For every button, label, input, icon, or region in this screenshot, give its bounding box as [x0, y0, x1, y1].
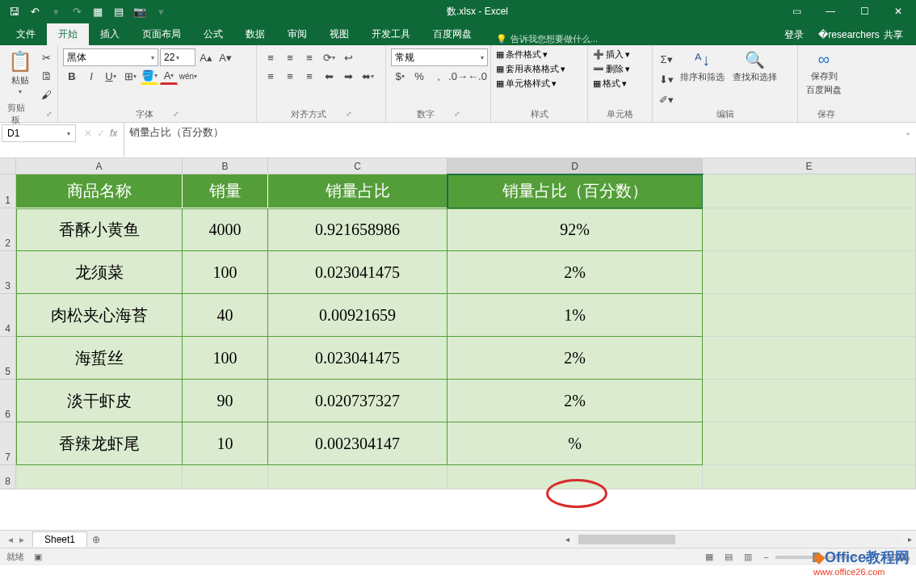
horizontal-scrollbar[interactable]	[577, 534, 900, 545]
col-header[interactable]: C	[268, 158, 447, 174]
tab-data[interactable]: 数据	[234, 23, 276, 45]
comma-button[interactable]: ,	[430, 67, 447, 85]
redo-button[interactable]: ↷	[68, 2, 86, 20]
table-cell[interactable]: 香酥小黄鱼	[16, 208, 183, 251]
bold-button[interactable]: B	[63, 67, 81, 85]
name-box[interactable]: D1▾	[2, 124, 76, 142]
sheet-tab[interactable]: Sheet1	[32, 531, 87, 547]
tab-baidu[interactable]: 百度网盘	[422, 23, 483, 45]
active-cell[interactable]: 销量占比（百分数）	[447, 174, 703, 208]
qat-button-4[interactable]: ▦	[89, 2, 107, 20]
tab-view[interactable]: 视图	[318, 23, 360, 45]
col-header[interactable]: A	[16, 158, 183, 174]
cancel-formula-button[interactable]: ✕	[84, 128, 92, 139]
table-cell[interactable]: 4000	[183, 208, 268, 251]
font-launcher[interactable]: ⤢	[173, 110, 179, 118]
tab-review[interactable]: 审阅	[276, 23, 318, 45]
align-bottom-button[interactable]: ≡	[300, 48, 318, 66]
table-cell[interactable]: 0.023041475	[268, 337, 447, 380]
hscroll-right[interactable]: ▸	[903, 535, 916, 544]
inc-decimal-button[interactable]: .0→	[449, 67, 467, 85]
tell-me-search[interactable]: 💡告诉我您想要做什么...	[483, 33, 783, 45]
row-header[interactable]: 6	[0, 380, 16, 422]
zoom-out-button[interactable]: −	[758, 552, 773, 562]
increase-font-button[interactable]: A▴	[197, 48, 215, 66]
table-cell[interactable]: 香辣龙虾尾	[16, 422, 183, 465]
table-cell[interactable]: 1%	[447, 294, 703, 337]
col-header[interactable]: B	[183, 158, 268, 174]
empty-cell[interactable]	[16, 465, 183, 489]
ribbon-options-button[interactable]: ▭	[780, 0, 813, 23]
table-cell[interactable]: %	[447, 422, 703, 465]
autosum-button[interactable]: Σ▾	[658, 50, 675, 68]
decrease-font-button[interactable]: A▾	[216, 48, 234, 66]
indent-inc-button[interactable]: ➡	[339, 67, 357, 85]
empty-cell[interactable]	[703, 337, 916, 380]
table-cell[interactable]: 2%	[447, 337, 703, 380]
align-center-button[interactable]: ≡	[281, 67, 299, 85]
fx-button[interactable]: fx	[110, 128, 117, 139]
empty-cell[interactable]	[703, 380, 916, 422]
find-select-button[interactable]: 🔍查找和选择	[729, 48, 780, 85]
wrap-text-button[interactable]: ↩	[339, 48, 357, 66]
table-cell[interactable]: 肉松夹心海苔	[16, 294, 183, 337]
fill-color-button[interactable]: 🪣▾	[141, 67, 158, 85]
table-cell[interactable]: 0.00921659	[268, 294, 447, 337]
table-header-cell[interactable]: 销量占比	[268, 174, 447, 208]
sheet-nav-last[interactable]: ▸	[19, 534, 24, 545]
expand-formula-bar[interactable]: ⌄	[900, 123, 916, 136]
border-button[interactable]: ⊞▾	[121, 67, 139, 85]
empty-cell[interactable]	[703, 208, 916, 251]
insert-cells-button[interactable]: ➕插入▾	[593, 48, 630, 61]
copy-button[interactable]: 🖺	[37, 67, 55, 85]
italic-button[interactable]: I	[82, 67, 100, 85]
empty-cell[interactable]	[268, 465, 447, 489]
empty-cell[interactable]	[703, 465, 916, 489]
table-cell[interactable]: 100	[183, 251, 268, 294]
font-color-button[interactable]: A▾	[160, 67, 178, 85]
clipboard-launcher[interactable]: ⤢	[46, 110, 53, 118]
delete-cells-button[interactable]: ➖删除▾	[593, 63, 630, 75]
qat-button-5[interactable]: ▤	[110, 2, 128, 20]
undo-button[interactable]: ↶	[26, 2, 44, 20]
underline-button[interactable]: U▾	[102, 67, 120, 85]
save-to-baidu-button[interactable]: ∞保存到百度网盘	[803, 48, 845, 98]
enter-formula-button[interactable]: ✓	[97, 128, 105, 139]
table-cell[interactable]: 90	[183, 380, 268, 422]
undo-dropdown[interactable]: ▾	[47, 2, 65, 20]
qat-button-6[interactable]: 📷	[131, 2, 149, 20]
col-header[interactable]: E	[703, 158, 916, 174]
minimize-button[interactable]: —	[814, 0, 847, 23]
table-header-cell[interactable]: 销量	[183, 174, 268, 208]
col-header[interactable]: D	[447, 158, 703, 174]
cell-styles-button[interactable]: ▦单元格样式▾	[496, 78, 557, 90]
table-cell[interactable]: 龙须菜	[16, 251, 183, 294]
view-normal-button[interactable]: ▦	[700, 550, 718, 565]
login-button[interactable]: 登录	[783, 25, 805, 45]
format-as-table-button[interactable]: ▦套用表格格式▾	[496, 63, 565, 75]
empty-cell[interactable]	[703, 251, 916, 294]
table-cell[interactable]: 0.002304147	[268, 422, 447, 465]
merge-button[interactable]: ⬌▾	[359, 67, 376, 85]
conditional-format-button[interactable]: ▦条件格式▾	[496, 48, 548, 61]
table-cell[interactable]: 2%	[447, 251, 703, 294]
cut-button[interactable]: ✂	[37, 48, 55, 66]
hscroll-left[interactable]: ◂	[561, 535, 574, 544]
dec-decimal-button[interactable]: ←.0	[469, 67, 486, 85]
format-cells-button[interactable]: ▦格式▾	[593, 78, 627, 90]
phonetic-button[interactable]: wén▾	[179, 67, 197, 85]
empty-cell[interactable]	[703, 294, 916, 337]
table-cell[interactable]: 100	[183, 337, 268, 380]
qat-customize[interactable]: ▾	[152, 2, 170, 20]
currency-button[interactable]: $▾	[391, 67, 409, 85]
tab-formulas[interactable]: 公式	[192, 23, 234, 45]
tab-home[interactable]: 开始	[47, 23, 89, 45]
view-page-layout-button[interactable]: ▤	[720, 550, 737, 565]
empty-cell[interactable]	[703, 422, 916, 465]
fill-button[interactable]: ⬇▾	[658, 70, 675, 88]
clear-button[interactable]: ✐▾	[658, 90, 675, 108]
font-name-combo[interactable]: 黑体▾	[63, 48, 158, 66]
tab-dev[interactable]: 开发工具	[360, 23, 422, 45]
row-header[interactable]: 7	[0, 422, 16, 465]
view-page-break-button[interactable]: ▥	[739, 550, 757, 565]
